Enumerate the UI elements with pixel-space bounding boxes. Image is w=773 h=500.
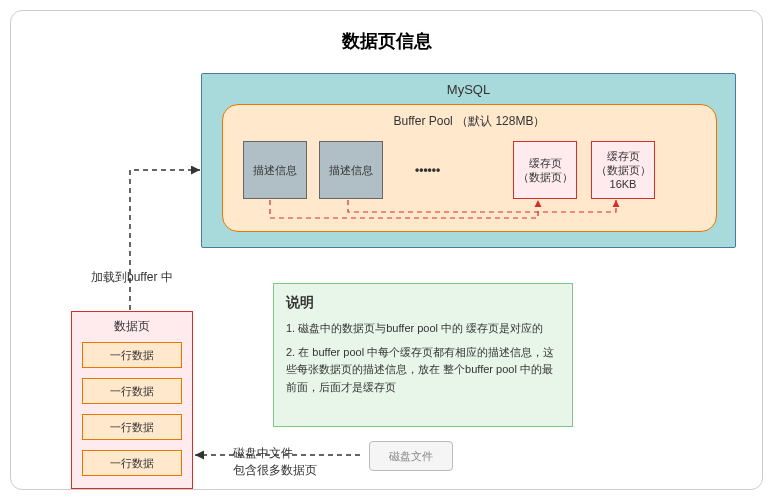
data-row-1: 一行数据 (82, 342, 182, 368)
buffer-pool-container: Buffer Pool （默认 128MB） 描述信息 描述信息 •••••• … (222, 104, 717, 232)
dots-icon: •••••• (415, 163, 440, 177)
cache-page-box-1: 缓存页 （数据页） (513, 141, 577, 199)
desc-info-box-2: 描述信息 (319, 141, 383, 199)
data-page-label: 数据页 (72, 318, 192, 335)
cache2-line1: 缓存页 (607, 149, 640, 163)
disk-arrow-label: 磁盘中文件 包含很多数据页 (233, 445, 317, 479)
data-row-2: 一行数据 (82, 378, 182, 404)
note-line-1: 1. 磁盘中的数据页与buffer pool 中的 缓存页是对应的 (286, 320, 560, 338)
desc-info-box-1: 描述信息 (243, 141, 307, 199)
cache1-line1: 缓存页 (529, 156, 562, 170)
cache1-line2: （数据页） (518, 170, 573, 184)
diagram-title: 数据页信息 (11, 29, 762, 53)
disk-arrow-l2: 包含很多数据页 (233, 463, 317, 477)
note-title: 说明 (286, 294, 560, 312)
mysql-container: MySQL Buffer Pool （默认 128MB） 描述信息 描述信息 •… (201, 73, 736, 248)
main-frame: 数据页信息 MySQL Buffer Pool （默认 128MB） 描述信息 … (10, 10, 763, 490)
cache-page-box-2: 缓存页 （数据页） 16KB (591, 141, 655, 199)
disk-file-label: 磁盘文件 (389, 449, 433, 464)
cache2-line2: （数据页） (596, 163, 651, 177)
explanation-box: 说明 1. 磁盘中的数据页与buffer pool 中的 缓存页是对应的 2. … (273, 283, 573, 427)
disk-arrow-l1: 磁盘中文件 (233, 446, 293, 460)
note-line-2: 2. 在 buffer pool 中每个缓存页都有相应的描述信息，这些每张数据页… (286, 344, 560, 397)
data-row-3: 一行数据 (82, 414, 182, 440)
buffer-pool-label: Buffer Pool （默认 128MB） (223, 113, 716, 130)
disk-file-box: 磁盘文件 (369, 441, 453, 471)
mysql-label: MySQL (202, 82, 735, 97)
cache2-line3: 16KB (610, 177, 637, 191)
load-to-buffer-label: 加载到buffer 中 (91, 269, 173, 286)
data-row-4: 一行数据 (82, 450, 182, 476)
data-page-container: 数据页 一行数据 一行数据 一行数据 一行数据 (71, 311, 193, 489)
